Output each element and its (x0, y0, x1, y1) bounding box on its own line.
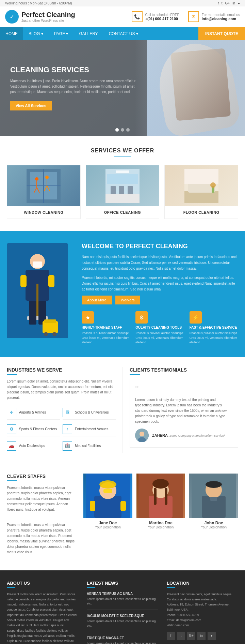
svg-rect-49 (120, 501, 126, 511)
cleaner-figure (7, 243, 68, 338)
email-contact: ✉ For more details email us info@cleanin… (188, 11, 240, 22)
workers-button[interactable]: Workers (115, 296, 140, 304)
instant-quote-button[interactable]: INSTANT QUOTE (198, 27, 245, 40)
welcome-cleaner-image (7, 243, 75, 345)
footer-social-links[interactable]: f t G+ in ● (167, 632, 238, 640)
nav-contact[interactable]: CONTACT US ▾ (103, 27, 144, 40)
service-floor-cleaning[interactable]: FLOOR CLEANING (164, 165, 238, 219)
feature-staff-text: Phasellus pulvinar auctor nissucipit. Cr… (82, 331, 130, 345)
john-photo (189, 474, 238, 518)
svg-point-25 (210, 182, 216, 188)
logo: ✓ Perfect Cleaning Just another WordPres… (5, 10, 75, 24)
auto-label: Auto Dealerships (19, 444, 45, 448)
phone-contact: 📞 Call to schedule FREE : +(01) 600 417 … (132, 11, 181, 22)
author-details: ZAHERA, Some Company Name/excellent serv… (152, 433, 225, 438)
facebook-icon[interactable]: f (218, 1, 219, 5)
svg-rect-17 (116, 170, 129, 173)
svg-rect-51 (149, 496, 173, 518)
author-name: ZAHERA (152, 433, 168, 437)
footer: ABOUT US Praesent mollis non lorem at in… (0, 570, 245, 644)
googleplus-icon[interactable]: G+ (225, 1, 230, 5)
auto-icon: 🚗 (7, 441, 16, 451)
footer-location: LOCATION Praesent nec dictum dolor, eget… (167, 581, 238, 644)
svg-rect-15 (119, 186, 124, 194)
feature-tools: ⚙ QULAITY CLEANING TOOLS Phasellus pulvi… (135, 311, 184, 345)
svg-rect-13 (105, 194, 140, 203)
nav-home[interactable]: HOME (0, 27, 23, 40)
testimonial-text: Lorem Ipsum is simply dummy text of the … (135, 397, 233, 424)
footer-facebook-icon[interactable]: f (167, 632, 175, 640)
nav-gallery[interactable]: GALLERY (74, 27, 103, 40)
footer-googleplus-icon[interactable]: G+ (187, 632, 195, 640)
hero-dot-3[interactable] (126, 128, 130, 132)
window-cleaning-image (7, 165, 80, 206)
footer-news-1: AENEAN TEMPUS AC URNA Lorem ipsum dolor … (87, 592, 158, 610)
about-more-button[interactable]: About More (82, 296, 112, 304)
nav-items: HOME BLOG ▾ PAGE ▾ GALLERY CONTACT US ▾ (0, 27, 198, 40)
svg-point-39 (52, 332, 56, 336)
medical-icon: 🏥 (63, 441, 72, 451)
services-section: SERVICES WE OFFER (0, 136, 245, 231)
footer-linkedin-icon[interactable]: in (197, 632, 206, 640)
testimonials-underline (130, 374, 140, 375)
nav-blog[interactable]: BLOG ▾ (23, 27, 49, 40)
svg-rect-60 (210, 497, 217, 501)
footer-rss-icon[interactable]: ● (208, 632, 216, 640)
footer-about-text: Praesent mollis non lorem at interdum. C… (7, 592, 78, 644)
hero-section: CLEANING SERVICES Maecenas in ultricies … (0, 40, 245, 136)
svg-rect-37 (44, 319, 56, 323)
footer-twitter-icon[interactable]: t (177, 632, 185, 640)
window-cleaning-label: WINDOW CLEANING (7, 206, 80, 219)
feature-service: ⚡ FAST & EFFECTIVE SERVICE Phasellus pul… (190, 311, 238, 345)
news-3-text: Lorem ipsum dolor sit amet, consectetur … (87, 641, 158, 644)
staff-title: CLEVER STAFFS (7, 474, 75, 479)
hero-content: CLEANING SERVICES Maecenas in ultricies … (0, 40, 147, 136)
feature-service-text: Phasellus pulvinar auctor nissucipit. Cr… (190, 331, 238, 345)
view-all-services-button[interactable]: View All Services (10, 101, 52, 110)
top-bar: Working hours : Mon-Sat (8:00am - 6:00PM… (0, 0, 245, 6)
header: ✓ Perfect Cleaning Just another WordPres… (0, 6, 245, 27)
phone-label: Call to schedule FREE : (145, 13, 181, 17)
linkedin-icon[interactable]: in (232, 1, 235, 5)
main-nav: HOME BLOG ▾ PAGE ▾ GALLERY CONTACT US ▾ … (0, 27, 245, 40)
nav-page[interactable]: PAGE ▾ (49, 27, 74, 40)
svg-point-59 (206, 481, 222, 488)
footer-web: Web: demo.com (167, 623, 238, 628)
footer-grid: ABOUT US Praesent mollis non lorem at in… (7, 581, 238, 644)
footer-about-underline (7, 587, 15, 588)
staff-desc-1: Praesent lobortis, massa vitae pulvinar … (7, 485, 75, 512)
industry-sports: ⚙ Sports & Fitness Centers (7, 422, 60, 436)
staff-jane: Jane Doe Your Designation (83, 474, 132, 560)
svg-rect-14 (111, 186, 116, 194)
svg-rect-34 (29, 301, 36, 325)
footer-location-underline (167, 587, 175, 588)
office-cleaning-label: OFFICE CLEANING (86, 206, 159, 219)
footer-news-3: TRISTIQUE MAGNA ET Lorem ipsum dolor sit… (87, 636, 158, 644)
martina-role: Your Designation (136, 525, 185, 529)
schools-label: Schools & Universities (75, 410, 109, 414)
svg-point-8 (45, 176, 49, 179)
email-info: For more details email us info@cleaning.… (202, 13, 240, 21)
service-office-cleaning[interactable]: OFFICE CLEANING (86, 165, 160, 219)
svg-rect-28 (33, 261, 42, 268)
hero-dot-1[interactable] (115, 128, 119, 132)
svg-point-46 (99, 480, 116, 489)
hero-title: CLEANING SERVICES (10, 65, 137, 74)
news-2-title: IACULIS MOLESTIE SCELERISQUE (87, 614, 158, 618)
testimonial-card: " Lorem Ipsum is simply dummy text of th… (130, 379, 238, 448)
email-value: info@cleaning.com (202, 17, 240, 21)
twitter-icon[interactable]: t (222, 1, 223, 5)
avatar-image (135, 429, 149, 442)
phone-info: Call to schedule FREE : +(01) 600 417 21… (145, 13, 181, 21)
feature-staff: ★ HIGHLY-TRAINED STAFF Phasellus pulvina… (82, 311, 130, 345)
top-social-links[interactable]: f t G+ in ● (218, 1, 240, 5)
services-underline (114, 156, 131, 156)
rss-icon[interactable]: ● (238, 1, 240, 5)
hero-text: Maecenas in ultricies justo. Proin id ve… (10, 78, 137, 95)
welcome-content: WELCOME TO PERFECT CLEANING Nam non nisl… (82, 243, 238, 345)
hero-dot-2[interactable] (121, 128, 124, 132)
footer-about: ABOUT US Praesent mollis non lorem at in… (7, 581, 78, 644)
welcome-buttons: About More Workers (82, 296, 238, 304)
martina-name: Martina Doe (136, 521, 185, 525)
service-window-cleaning[interactable]: WINDOW CLEANING (7, 165, 81, 219)
